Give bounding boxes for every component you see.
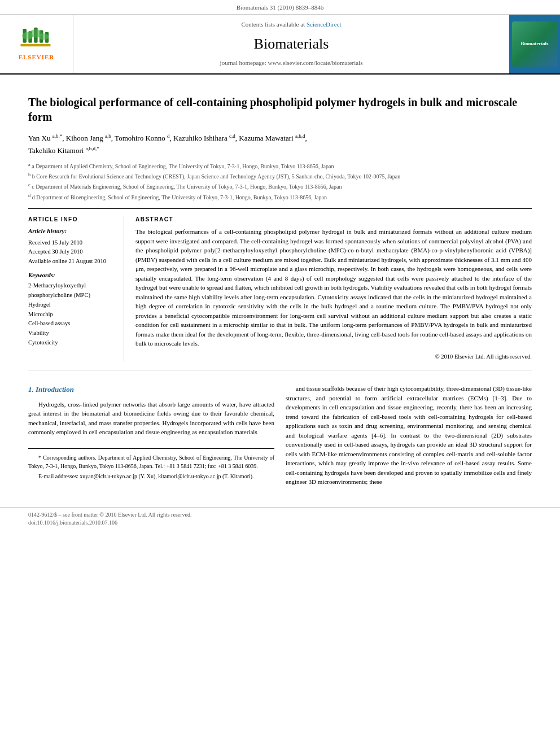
article-info-column: ARTICLE INFO Article history: Received 1… xyxy=(28,216,124,361)
article-info-abstract-section: ARTICLE INFO Article history: Received 1… xyxy=(28,216,532,361)
affiliation-b: b b Core Research for Evolutional Scienc… xyxy=(28,172,532,181)
section1-heading-text: Introduction xyxy=(36,385,74,394)
homepage-line: journal homepage: www.elsevier.com/locat… xyxy=(220,59,363,67)
section1-left-paragraph: Hydrogels, cross-linked polymer networks… xyxy=(28,400,274,437)
footnote-email: E-mail addresses: xuyan@iclt.u-tokyo.ac.… xyxy=(28,472,274,480)
author-kazuma-mawatari: Kazuma Mawatari a,b,d xyxy=(239,134,305,142)
svg-rect-5 xyxy=(20,44,50,46)
section-divider xyxy=(28,370,532,370)
keywords-list: 2-Methacryloyloxyethyl phosphorylcholine… xyxy=(28,281,117,348)
svg-point-8 xyxy=(38,33,49,40)
section1-number: 1. xyxy=(28,385,34,394)
journal-header: ELSEVIER Contents lists available at Sci… xyxy=(0,15,560,74)
author-yan-xu: Yan Xu a,b,* xyxy=(28,134,62,142)
keyword-6: Cytotoxicity xyxy=(28,338,117,348)
keyword-2: Hydrogel xyxy=(28,300,117,310)
author-kihoon-jang: Kihoon Jang a,b xyxy=(66,134,111,142)
keyword-5: Viability xyxy=(28,329,117,338)
affiliations-block: a a Department of Applied Chemistry, Sch… xyxy=(28,161,532,209)
elsevier-logo-box: ELSEVIER xyxy=(6,24,68,64)
received-date: Received 15 July 2010 xyxy=(28,238,117,248)
article-info-label: ARTICLE INFO xyxy=(28,216,117,224)
journal-title: Biomaterials xyxy=(254,34,329,54)
available-online-date: Available online 21 August 2010 xyxy=(28,257,117,267)
section1-right-paragraph: and tissue scaffolds because of their hi… xyxy=(286,384,532,487)
elsevier-tree-icon xyxy=(17,27,56,52)
sciencedirect-link[interactable]: ScienceDirect xyxy=(307,21,342,28)
journal-center-info: Contents lists available at ScienceDirec… xyxy=(73,15,509,73)
citation-bar: Biomaterials 31 (2010) 8839–8846 xyxy=(0,0,560,15)
biomaterials-cover-image: Biomaterials xyxy=(512,21,557,67)
biomaterials-logo-text: Biomaterials xyxy=(521,41,549,47)
footnote-corresponding: * Corresponding authors. Department of A… xyxy=(28,453,274,470)
author-tomohiro-konno: Tomohiro Konno d xyxy=(115,134,169,142)
main-content: The biological performance of cell-conta… xyxy=(0,75,560,501)
article-title: The biological performance of cell-conta… xyxy=(28,95,532,124)
footer-doi: doi:10.1016/j.biomaterials.2010.07.106 xyxy=(28,519,117,526)
contents-text: Contents lists available at xyxy=(241,21,305,28)
abstract-label: ABSTRACT xyxy=(135,216,532,224)
section1-heading: 1. Introduction xyxy=(28,384,274,395)
footer-bar: 0142-9612/$ – see front matter © 2010 El… xyxy=(0,507,560,530)
citation-text: Biomaterials 31 (2010) 8839–8846 xyxy=(237,4,323,11)
keywords-label: Keywords: xyxy=(28,271,117,279)
section1-body: 1. Introduction Hydrogels, cross-linked … xyxy=(28,378,532,490)
contents-available-line: Contents lists available at ScienceDirec… xyxy=(241,20,341,29)
abstract-text: The biological performances of a cell-co… xyxy=(135,227,532,348)
body-col-right: and tissue scaffolds because of their hi… xyxy=(286,384,532,490)
footer-issn: 0142-9612/$ – see front matter © 2010 El… xyxy=(28,512,191,518)
author-kazuhiko-ishihara: Kazuhiko Ishihara c,d xyxy=(173,134,235,142)
footnotes-section: * Corresponding authors. Department of A… xyxy=(28,448,274,480)
keyword-4: Cell-based assays xyxy=(28,319,117,329)
article-history-label: Article history: xyxy=(28,227,117,235)
keyword-1: 2-Methacryloyloxyethyl phosphorylcholine… xyxy=(28,281,117,300)
authors-line: Yan Xu a,b,*, Kihoon Jang a,b, Tomohiro … xyxy=(28,132,532,157)
author-takehiko-kitamori: Takehiko Kitamori a,b,d,* xyxy=(28,146,99,155)
biomaterials-logo-area: Biomaterials xyxy=(509,15,560,73)
affiliation-d: d d Department of Bioengineering, School… xyxy=(28,193,532,202)
copyright-line: © 2010 Elsevier Ltd. All rights reserved… xyxy=(135,353,532,361)
accepted-date: Accepted 30 July 2010 xyxy=(28,247,117,257)
body-col-left: 1. Introduction Hydrogels, cross-linked … xyxy=(28,384,274,490)
keyword-3: Microchip xyxy=(28,310,117,320)
elsevier-brand-text: ELSEVIER xyxy=(19,53,55,62)
affiliation-c: c c Department of Materials Engineering,… xyxy=(28,182,532,191)
elsevier-logo-area: ELSEVIER xyxy=(0,15,73,73)
affiliation-a: a a Department of Applied Chemistry, Sch… xyxy=(28,161,532,171)
abstract-column: ABSTRACT The biological performances of … xyxy=(135,216,532,361)
